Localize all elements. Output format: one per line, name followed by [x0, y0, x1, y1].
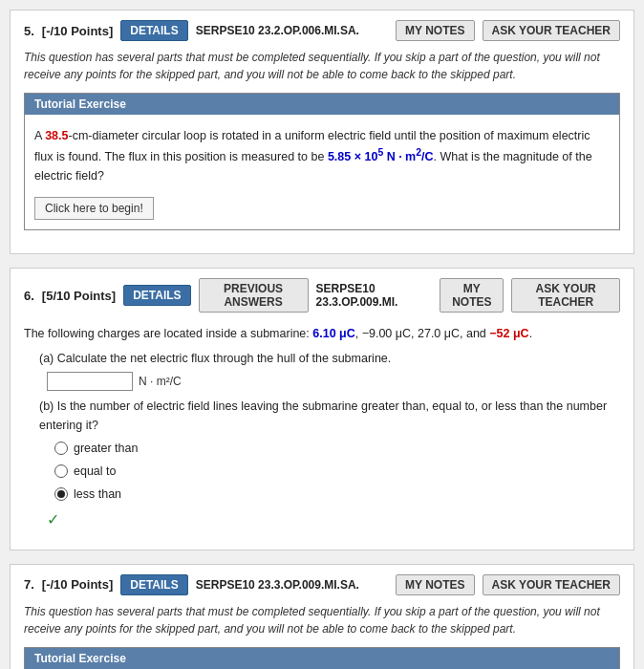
q6-course-code: SERPSE10 23.3.OP.009.MI. — [316, 282, 425, 309]
q5-course-code: SERPSE10 23.2.OP.006.MI.SA. — [196, 24, 359, 37]
q6-body: The following charges are located inside… — [24, 320, 620, 536]
q5-tutorial-content: A 38.5-cm-diameter circular loop is rota… — [25, 122, 619, 189]
question-5: 5. [-/10 Points] DETAILS SERPSE10 23.2.O… — [10, 10, 634, 254]
question-6: 6. [5/10 Points] DETAILS PREVIOUS ANSWER… — [10, 268, 634, 550]
q5-begin-button[interactable]: Click here to begin! — [34, 197, 154, 220]
q6-my-notes-button[interactable]: MY NOTES — [440, 278, 504, 313]
question-7-header: 7. [-/10 Points] DETAILS SERPSE10 23.3.O… — [24, 574, 620, 595]
q7-course-code: SERPSE10 23.3.OP.009.MI.SA. — [196, 578, 359, 592]
q6-radio-less-label: less than — [74, 485, 121, 504]
q6-sub-a: (a) Calculate the net electric flux thro… — [39, 349, 620, 368]
q7-points: [-/10 Points] — [42, 577, 113, 592]
q6-charge-4: −52 μC — [489, 327, 528, 340]
q5-points: [-/10 Points] — [42, 24, 113, 38]
q6-radio-equal-label: equal to — [74, 462, 116, 481]
question-7: 7. [-/10 Points] DETAILS SERPSE10 23.3.O… — [10, 564, 634, 669]
question-5-header: 5. [-/10 Points] DETAILS SERPSE10 23.2.O… — [24, 20, 620, 41]
q7-tutorial-header: Tutorial Exercise — [25, 648, 619, 669]
q7-tutorial-box: Tutorial Exercise The following charges … — [24, 647, 620, 669]
q5-warning: This question has several parts that mus… — [24, 49, 620, 83]
q5-tutorial-header: Tutorial Exercise — [25, 94, 619, 115]
q6-points: [5/10 Points] — [42, 289, 116, 303]
q6-sub-b: (b) Is the number of electric field line… — [39, 397, 620, 435]
q6-checkmark: ✓ — [47, 507, 620, 532]
q5-my-notes-button[interactable]: MY NOTES — [396, 20, 474, 41]
q6-radio-less[interactable]: less than — [54, 485, 620, 504]
q6-details-button[interactable]: DETAILS — [123, 285, 190, 306]
q6-radio-greater[interactable]: greater than — [54, 439, 620, 458]
q5-diameter: 38.5 — [45, 129, 68, 142]
q6-radio-less-circle[interactable] — [54, 487, 68, 501]
q5-number: 5. — [24, 24, 34, 38]
q6-unit-label: N · m²/C — [139, 373, 182, 391]
q7-ask-teacher-button[interactable]: ASK YOUR TEACHER — [483, 574, 620, 595]
q5-ask-teacher-button[interactable]: ASK YOUR TEACHER — [483, 20, 620, 41]
q7-warning: This question has several parts that mus… — [24, 603, 620, 637]
q6-radio-equal[interactable]: equal to — [54, 462, 620, 481]
q6-ask-teacher-button[interactable]: ASK YOUR TEACHER — [511, 278, 620, 313]
q6-radio-group: greater than equal to less than — [54, 439, 620, 504]
q7-my-notes-button[interactable]: MY NOTES — [396, 574, 474, 595]
q5-details-button[interactable]: DETAILS — [120, 20, 187, 41]
q6-prev-answers-button[interactable]: PREVIOUS ANSWERS — [199, 278, 309, 313]
q5-tutorial-box: Tutorial Exercise A 38.5-cm-diameter cir… — [24, 93, 620, 230]
q6-radio-equal-circle[interactable] — [54, 464, 68, 478]
q5-flux-value: 5.85 × 105 N · m2/C — [328, 150, 434, 163]
q6-intro-text: The following charges are located inside… — [24, 324, 620, 343]
q6-flux-input[interactable] — [47, 372, 133, 391]
q7-details-button[interactable]: DETAILS — [120, 574, 187, 595]
q6-number: 6. — [24, 289, 34, 303]
question-6-header: 6. [5/10 Points] DETAILS PREVIOUS ANSWER… — [24, 278, 620, 313]
q7-number: 7. — [24, 577, 34, 592]
q6-flux-input-row: N · m²/C — [47, 372, 620, 391]
q6-radio-greater-circle[interactable] — [54, 442, 68, 455]
q6-charge-1: 6.10 μC — [312, 327, 354, 340]
q6-radio-greater-label: greater than — [74, 439, 138, 458]
